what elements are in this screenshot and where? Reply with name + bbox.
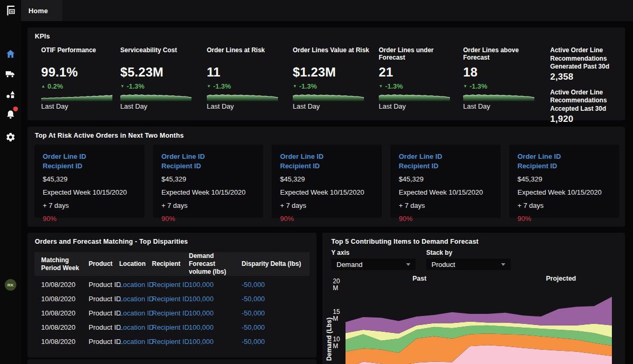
delta-down-icon: ▼ [293,84,297,89]
order-line-link[interactable]: Order Line ID [43,152,136,161]
cell-volume[interactable]: 100,000 [189,295,242,303]
disparities-table: Matching Period Week Product Location Re… [34,252,310,349]
cell-recipient-link[interactable]: Recipient ID [152,323,189,331]
sidebar-item-home[interactable] [4,47,17,60]
recipient-link[interactable]: Recipient ID [280,161,373,171]
kpi-delta: ▲0.2% [41,82,121,90]
cell-location-link[interactable]: Location ID [119,338,152,346]
sidebar-item-shipments[interactable] [4,68,17,80]
risk-percent: 90% [399,215,492,223]
table-row: 10/08/2020 Product ID Location ID Recipi… [34,334,310,349]
delta-down-icon: ▼ [379,84,383,89]
delta-down-icon: ▼ [120,84,124,89]
y-tick-10m: 10M [333,336,340,350]
kpi-delta: ▼-1.3% [379,82,459,90]
kpi-period: Last Day [207,102,287,110]
kpi-panel-title: KPIs [35,33,50,40]
cell-volume[interactable]: 100,000 [189,323,242,331]
recipient-link[interactable]: Recipient ID [161,161,255,171]
cell-location-link[interactable]: Location ID [119,295,152,303]
cell-week: 10/08/2020 [41,295,89,303]
cell-volume[interactable]: 100,000 [189,309,242,317]
cell-delta[interactable]: -50,000 [242,295,310,303]
cell-week: 10/08/2020 [41,338,89,346]
col-location: Location [119,260,152,268]
delay-days: + 7 days [517,202,611,209]
kpi-value: $5.23M [120,65,200,80]
table-row: 10/08/2020 Product ID Location ID Recipi… [34,320,310,334]
cell-product: Product ID [89,295,119,303]
tab-home[interactable]: Home [21,0,62,21]
at-risk-card[interactable]: Order Line ID Recipient ID $45,329 Expec… [390,145,501,218]
kpi-value: 21 [379,65,459,80]
order-value: $45,329 [517,175,611,183]
at-risk-card[interactable]: Order Line ID Recipient ID $45,329 Expec… [153,145,263,218]
cell-week: 10/08/2020 [41,309,89,317]
at-risk-card[interactable]: Order Line ID Recipient ID $45,329 Expec… [272,145,382,218]
cell-volume[interactable]: 100,000 [189,338,242,346]
at-risk-card[interactable]: Order Line ID Recipient ID $45,329 Expec… [34,145,145,218]
recipient-link[interactable]: Recipient ID [517,161,611,171]
delta-value: -1.3% [385,82,403,90]
risk-percent: 90% [280,215,373,223]
cell-location-link[interactable]: Location ID [119,323,152,331]
y-axis-select-label: Y axis [331,249,349,256]
cell-location-link[interactable]: Location ID [119,309,152,317]
kpi-title: Order Lines at Risk [207,46,287,62]
cell-recipient-link[interactable]: Recipient ID [152,295,189,303]
user-avatar[interactable]: RK [5,279,16,291]
cell-volume[interactable]: 100,000 [189,281,242,289]
kpi-recommendation-stats: Active Order Line Recommendations Genera… [550,46,630,124]
sidebar-item-settings[interactable] [4,131,17,143]
expected-week: Expected Week 10/15/2020 [517,188,611,196]
cell-delta[interactable]: -50,000 [242,338,310,346]
kpi-sparkline [41,92,112,101]
sidebar-item-segments[interactable] [4,88,17,101]
cell-product: Product ID [89,338,119,346]
disparities-panel: Orders and Forecast Matching - Top Dispa… [27,233,316,358]
stack-by-select[interactable]: Product [426,258,511,270]
home-icon [5,49,16,59]
order-line-link[interactable]: Order Line ID [399,152,492,161]
cell-delta[interactable]: -50,000 [242,281,310,289]
sidebar-item-notifications[interactable] [4,108,17,121]
truck-icon [5,69,16,79]
risk-percent: 90% [43,215,136,223]
recipient-link[interactable]: Recipient ID [399,161,492,171]
at-risk-card[interactable]: Order Line ID Recipient ID $45,329 Expec… [509,145,619,218]
forecast-panel-title: Top 5 Contributing Items to Demand Forec… [331,238,478,245]
cell-delta[interactable]: -50,000 [242,309,310,317]
risk-percent: 90% [161,215,255,223]
top-bar: 50 Home [0,0,633,21]
kpi-period: Last Day [41,102,121,110]
col-recipient: Recipient [152,260,189,268]
delta-value: 0.2% [47,82,63,90]
table-row: 10/08/2020 Product ID Location ID Recipi… [34,292,310,306]
delay-days: + 7 days [399,202,492,209]
expected-week: Expected Week 10/15/2020 [43,188,136,196]
cell-delta[interactable]: -50,000 [242,323,310,331]
stack-by-selected-value: Product [431,261,455,269]
stacked-area-chart [346,279,612,364]
order-line-link[interactable]: Order Line ID [161,152,255,161]
y-axis-select[interactable]: Demand [331,258,416,270]
order-line-link[interactable]: Order Line ID [280,152,373,161]
order-line-link[interactable]: Order Line ID [517,152,611,161]
delay-days: + 7 days [280,202,373,209]
stat-generated: Active Order Line Recommendations Genera… [550,46,629,82]
cell-recipient-link[interactable]: Recipient ID [152,309,189,317]
cell-recipient-link[interactable]: Recipient ID [152,281,189,289]
y-axis-selected-value: Demand [337,261,362,269]
notification-badge [13,107,18,111]
recipient-link[interactable]: Recipient ID [43,161,136,171]
app-logo[interactable]: 50 [0,0,21,21]
cell-recipient-link[interactable]: Recipient ID [152,338,189,346]
at-risk-cards-row: Order Line ID Recipient ID $45,329 Expec… [34,145,619,218]
cell-location-link[interactable]: Location ID [119,281,152,289]
kpi-sparkline [379,92,450,101]
kpi-title: OTIF Performance [41,46,121,62]
shapes-icon [5,89,16,100]
cell-product: Product ID [89,309,119,317]
expected-week: Expected Week 10/15/2020 [280,188,373,196]
kpi-order-lines-at-risk: Order Lines at Risk 11 ▼-1.3% Last Day [207,46,287,110]
